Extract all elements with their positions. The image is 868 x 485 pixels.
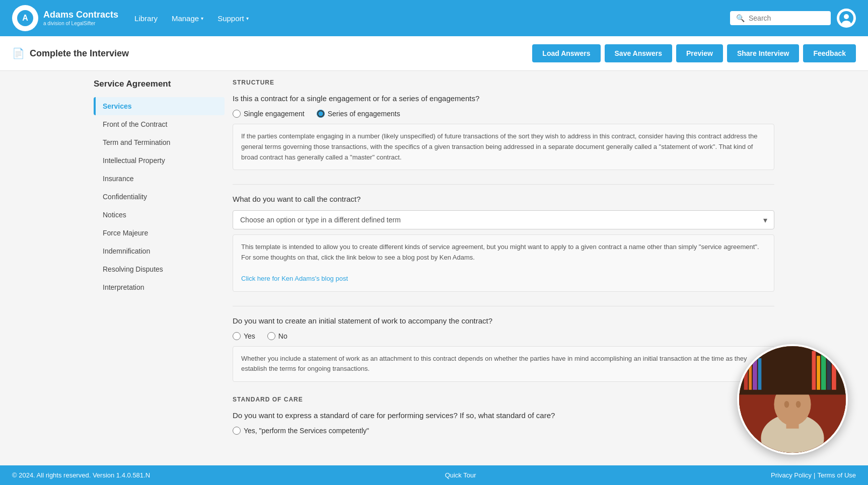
q4-option-competently[interactable]: Yes, "perform the Services competently" <box>233 427 369 435</box>
structure-section-header: STRUCTURE <box>233 79 774 86</box>
nav-manage-caret: ▾ <box>201 16 203 21</box>
question-2: What do you want to call the contract? C… <box>233 195 774 291</box>
app-subtitle-text: a division of LegalSifter <box>43 21 118 27</box>
svg-rect-16 <box>753 353 757 389</box>
share-interview-button[interactable]: Share Interview <box>727 44 800 62</box>
header-left: A Adams Contracts a division of LegalSif… <box>12 5 249 31</box>
quick-tour-link[interactable]: Quick Tour <box>445 471 476 479</box>
q1-text: Is this a contract for a single engageme… <box>233 94 774 103</box>
svg-point-11 <box>784 401 789 408</box>
q3-info: Whether you include a statement of work … <box>233 346 774 382</box>
svg-text:A: A <box>22 14 28 22</box>
nav-support-caret: ▾ <box>246 16 249 21</box>
nav-manage-label: Manage <box>172 14 199 23</box>
q3-option-no[interactable]: No <box>267 332 287 340</box>
q2-dropdown-wrapper: Choose an option or type in a different … <box>233 210 774 229</box>
q1-option-single[interactable]: Single engagement <box>233 110 305 118</box>
logo: A Adams Contracts a division of LegalSif… <box>12 5 118 31</box>
q4-radio-competently[interactable] <box>233 427 241 435</box>
sidebar-item-intellectual-property[interactable]: Intellectual Property <box>94 151 225 170</box>
q1-info: If the parties contemplate engaging in a… <box>233 124 774 170</box>
divider-2 <box>233 306 774 306</box>
video-circle <box>737 344 848 455</box>
user-avatar[interactable] <box>837 9 856 28</box>
q3-radio-yes[interactable] <box>233 332 241 340</box>
q3-radio-group: Yes No <box>233 332 774 340</box>
search-icon: 🔍 <box>736 14 745 22</box>
logo-icon: A <box>12 5 38 31</box>
nav-manage[interactable]: Manage ▾ <box>172 14 203 23</box>
sidebar-nav: Services Front of the Contract Term and … <box>94 97 225 296</box>
q3-label-no: No <box>278 332 287 340</box>
svg-rect-22 <box>832 351 836 390</box>
q3-label-yes: Yes <box>244 332 255 340</box>
sidebar-item-confidentiality[interactable]: Confidentiality <box>94 188 225 206</box>
terms-of-use-link[interactable]: Terms of Use <box>817 471 856 479</box>
question-4: Do you want to express a standard of car… <box>233 411 774 435</box>
sidebar-item-interpretation[interactable]: Interpretation <box>94 278 225 296</box>
footer-center: Quick Tour <box>445 471 476 479</box>
load-answers-button[interactable]: Load Answers <box>532 44 600 62</box>
svg-point-12 <box>796 401 801 408</box>
sidebar-item-services[interactable]: Services <box>94 97 225 115</box>
sidebar-item-notices[interactable]: Notices <box>94 206 225 224</box>
svg-rect-17 <box>758 358 762 390</box>
q1-radio-group: Single engagement Series of engagements <box>233 110 774 118</box>
svg-rect-19 <box>817 356 820 389</box>
q2-dropdown[interactable]: Choose an option or type in a different … <box>233 210 774 229</box>
ken-adams-blog-link[interactable]: Click here for Ken Adams's blog post <box>241 275 348 282</box>
q2-text: What do you want to call the contract? <box>233 195 774 203</box>
q2-info: This template is intended to allow you t… <box>233 234 774 291</box>
q4-label-competently: Yes, "perform the Services competently" <box>244 427 369 435</box>
nav-support[interactable]: Support ▾ <box>218 14 249 23</box>
logo-text: Adams Contracts a division of LegalSifte… <box>43 10 118 27</box>
sidebar-title: Service Agreement <box>94 79 225 89</box>
sidebar: Service Agreement Services Front of the … <box>94 79 225 475</box>
toolbar: 📄 Complete the Interview Load Answers Sa… <box>0 36 868 71</box>
main-content: Service Agreement Services Front of the … <box>82 71 786 483</box>
app-title-text: Adams Contracts <box>43 10 118 21</box>
sidebar-item-insurance[interactable]: Insurance <box>94 170 225 188</box>
header-right: 🔍 <box>730 9 856 28</box>
sidebar-item-force-majeure[interactable]: Force Majeure <box>94 224 225 242</box>
app-header: A Adams Contracts a division of LegalSif… <box>0 0 868 36</box>
divider-1 <box>233 184 774 185</box>
nav-support-label: Support <box>218 14 244 23</box>
save-answers-button[interactable]: Save Answers <box>605 44 672 62</box>
q1-option-series[interactable]: Series of engagements <box>317 110 400 118</box>
video-inner <box>739 346 846 453</box>
q4-radio-group: Yes, "perform the Services competently" <box>233 427 774 435</box>
q1-radio-series[interactable] <box>317 110 325 118</box>
sidebar-item-front-of-contract[interactable]: Front of the Contract <box>94 115 225 133</box>
q1-radio-single[interactable] <box>233 110 241 118</box>
q3-option-yes[interactable]: Yes <box>233 332 255 340</box>
search-input[interactable] <box>749 14 825 22</box>
standard-of-care-header: STANDARD OF CARE <box>233 396 774 403</box>
q4-text: Do you want to express a standard of car… <box>233 411 774 420</box>
sidebar-item-resolving-disputes[interactable]: Resolving Disputes <box>94 260 225 278</box>
main-nav: Library Manage ▾ Support ▾ <box>134 14 249 23</box>
toolbar-left: 📄 Complete the Interview <box>12 47 129 59</box>
q3-radio-no[interactable] <box>267 332 275 340</box>
svg-rect-21 <box>827 358 831 390</box>
feedback-button[interactable]: Feedback <box>803 44 856 62</box>
privacy-policy-link[interactable]: Privacy Policy <box>771 471 812 479</box>
sidebar-item-indemnification[interactable]: Indemnification <box>94 242 225 260</box>
q2-info-text: This template is intended to allow you t… <box>241 243 759 261</box>
sidebar-item-term-and-termination[interactable]: Term and Termination <box>94 133 225 151</box>
person-video <box>739 346 846 453</box>
question-1: Is this a contract for a single engageme… <box>233 94 774 170</box>
footer-copyright: © 2024. All rights reserved. Version 1.4… <box>12 471 150 479</box>
footer-right: Privacy Policy | Terms of Use <box>771 471 856 479</box>
search-box[interactable]: 🔍 <box>730 11 831 25</box>
preview-button[interactable]: Preview <box>676 44 723 62</box>
question-3: Do you want to create an initial stateme… <box>233 316 774 382</box>
nav-library[interactable]: Library <box>134 14 158 23</box>
svg-rect-14 <box>744 351 748 390</box>
doc-icon: 📄 <box>12 47 25 59</box>
q1-label-series: Series of engagements <box>328 110 400 118</box>
content-area: STRUCTURE Is this a contract for a singl… <box>225 79 774 475</box>
svg-rect-15 <box>749 356 752 389</box>
toolbar-buttons: Load Answers Save Answers Preview Share … <box>532 44 856 62</box>
page-title: Complete the Interview <box>30 48 129 59</box>
